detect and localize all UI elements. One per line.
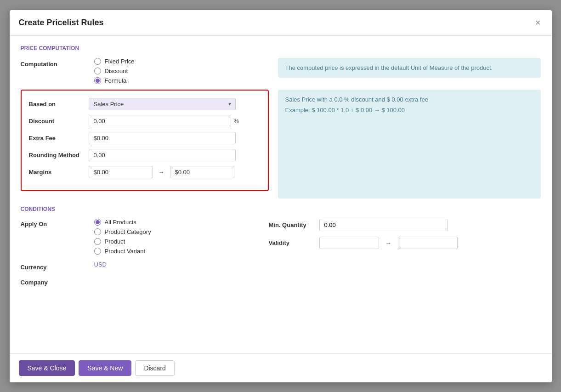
- company-label: Company: [21, 276, 94, 286]
- conditions-row: Apply On All Products Product Category: [21, 219, 541, 255]
- discard-button[interactable]: Discard: [135, 360, 174, 376]
- currency-label: Currency: [21, 261, 94, 271]
- computation-radio-group: Fixed Price Discount Formula: [94, 58, 269, 84]
- computation-label: Computation: [21, 58, 94, 68]
- radio-fixed-price-label: Fixed Price: [105, 58, 135, 65]
- conditions-right: Min. Quantity Validity →: [269, 219, 541, 255]
- validity-from-input[interactable]: [319, 237, 379, 249]
- modal-body: Price Computation Computation Fixed Pric…: [10, 36, 552, 353]
- computation-right: The computed price is expressed in the d…: [269, 58, 541, 90]
- modal-footer: Save & Close Save & New Discard: [10, 353, 552, 382]
- based-on-row: Based on Sales Price Other Pricelist Cos…: [29, 98, 261, 110]
- discount-wrapper: %: [89, 115, 239, 127]
- margins-label: Margins: [29, 169, 89, 176]
- margins-to-input[interactable]: [170, 166, 234, 178]
- radio-product-category-input[interactable]: [94, 228, 101, 235]
- rounding-method-label: Rounding Method: [29, 152, 89, 159]
- discount-row: Discount %: [29, 115, 261, 127]
- radio-product-variant[interactable]: Product Variant: [94, 248, 151, 255]
- radio-discount-input[interactable]: [94, 68, 101, 74]
- margins-arrow: →: [159, 169, 164, 176]
- margins-wrapper: →: [89, 166, 234, 178]
- radio-product-label: Product: [105, 238, 125, 245]
- based-on-label: Based on: [29, 101, 89, 108]
- radio-product-variant-label: Product Variant: [105, 248, 146, 255]
- validity-arrow: →: [385, 239, 391, 246]
- radio-product-input[interactable]: [94, 238, 101, 245]
- modal-title: Create Pricelist Rules: [19, 18, 104, 28]
- currency-row: Currency USD: [21, 261, 541, 271]
- computation-info-box: The computed price is expressed in the d…: [278, 58, 541, 78]
- radio-all-products-label: All Products: [105, 219, 136, 226]
- min-quantity-input[interactable]: [319, 219, 448, 231]
- apply-on-form-row: Apply On All Products Product Category: [21, 219, 269, 255]
- validity-wrapper: →: [319, 237, 458, 249]
- margins-from-input[interactable]: [89, 166, 153, 178]
- radio-product-variant-input[interactable]: [94, 248, 101, 255]
- close-button[interactable]: ×: [533, 17, 543, 28]
- validity-row: Validity →: [269, 237, 541, 249]
- radio-discount[interactable]: Discount: [94, 68, 269, 74]
- validity-to-input[interactable]: [398, 237, 458, 249]
- margins-row: Margins →: [29, 166, 261, 178]
- radio-product-category[interactable]: Product Category: [94, 228, 151, 235]
- radio-formula[interactable]: Formula: [94, 77, 269, 84]
- min-quantity-row: Min. Quantity: [269, 219, 541, 231]
- extra-fee-input[interactable]: [89, 132, 236, 144]
- radio-product[interactable]: Product: [94, 238, 151, 245]
- save-new-button[interactable]: Save & New: [79, 360, 131, 376]
- formula-info-box: Sales Price with a 0.0 % discount and $ …: [278, 90, 541, 199]
- rounding-method-row: Rounding Method: [29, 149, 261, 161]
- formula-example-text: Example: $ 100.00 * 1.0 + $ 0.00 → $ 100…: [285, 106, 533, 115]
- extra-fee-row: Extra Fee: [29, 132, 261, 144]
- computation-left: Computation Fixed Price Discount: [21, 58, 269, 90]
- discount-label: Discount: [29, 118, 89, 125]
- radio-all-products[interactable]: All Products: [94, 219, 151, 226]
- radio-formula-label: Formula: [105, 77, 127, 84]
- rounding-method-input[interactable]: [89, 149, 236, 161]
- based-on-select[interactable]: Sales Price Other Pricelist Cost: [89, 98, 236, 110]
- price-computation-section-title: Price Computation: [21, 45, 541, 51]
- computation-row: Computation Fixed Price Discount: [21, 58, 541, 90]
- validity-label: Validity: [269, 239, 315, 246]
- conditions-section: Conditions Apply On All Products: [21, 206, 541, 286]
- formula-info-container: Sales Price with a 0.0 % discount and $ …: [278, 90, 541, 199]
- radio-fixed-price-input[interactable]: [94, 58, 101, 65]
- conditions-section-title: Conditions: [21, 206, 541, 212]
- extra-fee-label: Extra Fee: [29, 135, 89, 142]
- currency-link[interactable]: USD: [94, 261, 107, 268]
- radio-fixed-price[interactable]: Fixed Price: [94, 58, 269, 65]
- min-quantity-label: Min. Quantity: [269, 222, 315, 228]
- computation-form-row: Computation Fixed Price Discount: [21, 58, 269, 84]
- apply-on-label: Apply On: [21, 219, 94, 255]
- formula-info-text: Sales Price with a 0.0 % discount and $ …: [285, 95, 533, 104]
- formula-section: Based on Sales Price Other Pricelist Cos…: [21, 90, 269, 191]
- radio-product-category-label: Product Category: [105, 228, 151, 235]
- save-close-button[interactable]: Save & Close: [19, 360, 75, 376]
- discount-input[interactable]: [89, 115, 231, 127]
- based-on-select-wrapper: Sales Price Other Pricelist Cost: [89, 98, 236, 110]
- radio-discount-label: Discount: [105, 68, 128, 74]
- radio-all-products-input[interactable]: [94, 219, 101, 226]
- company-row: Company: [21, 276, 541, 286]
- radio-formula-input[interactable]: [94, 77, 101, 84]
- modal-header: Create Pricelist Rules ×: [10, 10, 552, 36]
- apply-on-radio-group: All Products Product Category Product: [94, 219, 151, 255]
- discount-pct-label: %: [234, 118, 239, 125]
